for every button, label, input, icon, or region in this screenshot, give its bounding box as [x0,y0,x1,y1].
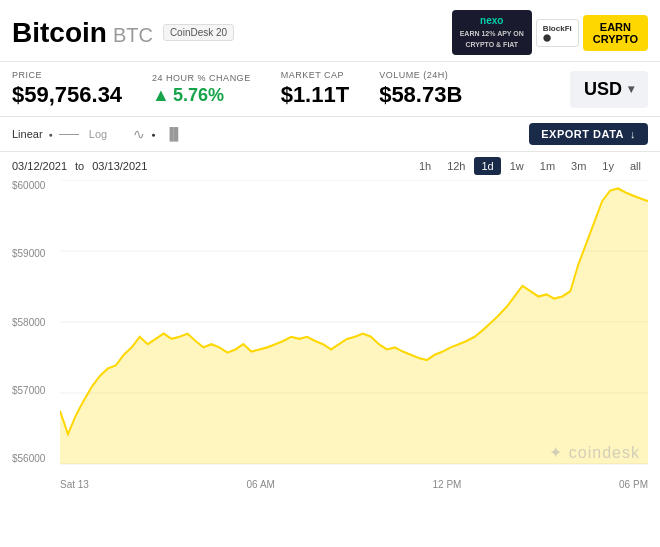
chart-type-group: Linear ● Log ∿ ● ▐▌ [12,126,182,142]
linear-dot-icon: ● [49,131,53,138]
coin-name: Bitcoin [12,17,107,49]
linear-line-icon [59,134,79,135]
coin-title: Bitcoin BTC [12,17,153,49]
date-from: 03/12/2021 [12,160,67,172]
export-data-button[interactable]: EXPORT DATA ↓ [529,123,648,145]
date-to: 03/13/2021 [92,160,147,172]
x-label-06pm: 06 PM [619,479,648,490]
price-value: $59,756.34 [12,82,122,108]
interval-3m[interactable]: 3m [564,157,593,175]
market-cap-label: MARKET CAP [281,70,350,80]
blockfi-dot: ⬤ [543,34,551,41]
market-cap-value: $1.11T [281,82,350,108]
interval-all[interactable]: all [623,157,648,175]
y-axis-labels: $60000 $59000 $58000 $57000 $56000 [12,180,45,466]
chart-svg [60,180,648,466]
nexo-ad[interactable]: nexo EARN 12% APY ONCRYPTO & FIAT [452,10,532,55]
date-range-bar: 03/12/2021 to 03/13/2021 1h 12h 1d 1w 1m… [0,152,660,180]
date-separator: to [75,160,84,172]
x-label-sat13: Sat 13 [60,479,89,490]
earn-crypto-ad[interactable]: EARNCRYPTO [583,15,648,51]
y-label-59000: $59000 [12,248,45,259]
earn-label: EARNCRYPTO [593,21,638,45]
line-dot-icon: ● [151,131,155,138]
arrow-up-icon: ▲ [152,85,170,105]
export-icon: ↓ [630,128,636,140]
chart-container: $60000 $59000 $58000 $57000 $56000 [12,180,648,490]
interval-1d[interactable]: 1d [474,157,500,175]
interval-1h[interactable]: 1h [412,157,438,175]
interval-1y[interactable]: 1y [595,157,621,175]
page-header: Bitcoin BTC CoinDesk 20 nexo EARN 12% AP… [0,0,660,62]
change-value: ▲5.76% [152,85,251,106]
log-label[interactable]: Log [89,128,107,140]
market-cap-stat: MARKET CAP $1.11T [281,70,380,108]
nexo-logo: nexo [480,15,503,26]
interval-1m[interactable]: 1m [533,157,562,175]
change-label: 24 HOUR % CHANGE [152,73,251,83]
currency-label: USD [584,79,622,100]
linear-label[interactable]: Linear [12,128,43,140]
svg-marker-6 [60,189,648,464]
chart-controls: Linear ● Log ∿ ● ▐▌ EXPORT DATA ↓ [0,117,660,152]
coindesk-watermark: ✦ coindesk [549,443,640,462]
y-label-58000: $58000 [12,317,45,328]
price-stat: PRICE $59,756.34 [12,70,152,108]
export-label: EXPORT DATA [541,128,624,140]
bar-chart-icon[interactable]: ▐▌ [165,127,182,141]
change-stat: 24 HOUR % CHANGE ▲5.76% [152,73,281,106]
coindesk-badge[interactable]: CoinDesk 20 [163,24,234,41]
volume-label: VOLUME (24H) [379,70,462,80]
time-intervals: 1h 12h 1d 1w 1m 3m 1y all [412,157,648,175]
price-label: PRICE [12,70,122,80]
volume-stat: VOLUME (24H) $58.73B [379,70,492,108]
x-axis-labels: Sat 13 06 AM 12 PM 06 PM [60,475,648,490]
nexo-text: EARN 12% APY ONCRYPTO & FIAT [460,30,524,49]
y-label-60000: $60000 [12,180,45,191]
currency-caret-icon: ▾ [628,82,634,96]
blockfi-label: BlockFi [543,24,572,33]
y-label-57000: $57000 [12,385,45,396]
volume-value: $58.73B [379,82,462,108]
blockfi-ad[interactable]: BlockFi ⬤ [536,19,579,47]
line-chart-icon[interactable]: ∿ [133,126,145,142]
y-label-56000: $56000 [12,453,45,464]
currency-selector[interactable]: USD ▾ [570,71,648,108]
interval-1w[interactable]: 1w [503,157,531,175]
coin-symbol: BTC [113,24,153,47]
x-label-12pm: 12 PM [433,479,462,490]
chart-area: $60000 $59000 $58000 $57000 $56000 [0,180,660,490]
x-label-06am: 06 AM [247,479,275,490]
interval-12h[interactable]: 12h [440,157,472,175]
stats-bar: PRICE $59,756.34 24 HOUR % CHANGE ▲5.76%… [0,62,660,117]
ad-banner: nexo EARN 12% APY ONCRYPTO & FIAT BlockF… [452,10,648,55]
